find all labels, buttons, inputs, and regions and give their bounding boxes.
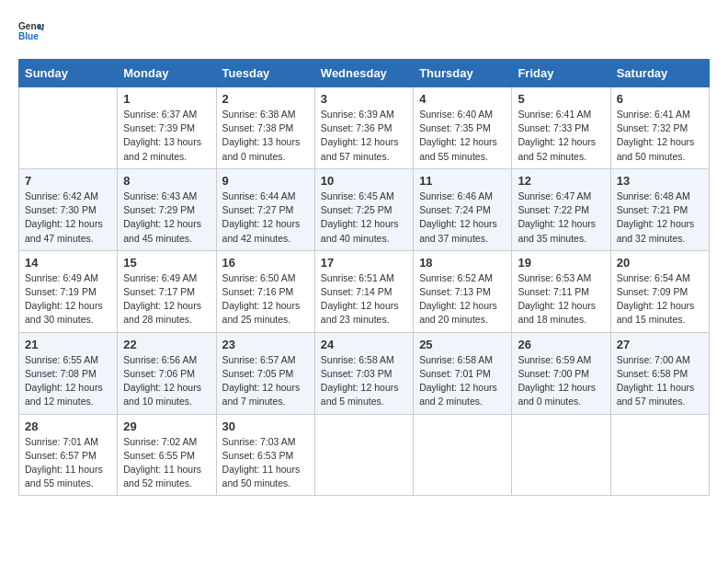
day-info: Sunrise: 6:50 AMSunset: 7:16 PMDaylight:… <box>222 271 309 327</box>
day-info: Sunrise: 6:54 AMSunset: 7:09 PMDaylight:… <box>617 271 703 327</box>
day-info: Sunrise: 6:49 AMSunset: 7:17 PMDaylight:… <box>123 271 210 327</box>
calendar-cell: 4Sunrise: 6:40 AMSunset: 7:35 PMDaylight… <box>414 87 512 169</box>
day-number: 3 <box>321 92 407 106</box>
calendar-week-row: 28Sunrise: 7:01 AMSunset: 6:57 PMDayligh… <box>19 414 710 496</box>
day-number: 10 <box>321 174 407 188</box>
day-number: 24 <box>321 338 407 351</box>
calendar-cell: 22Sunrise: 6:56 AMSunset: 7:06 PMDayligh… <box>118 332 216 414</box>
logo-icon: General Blue <box>18 18 44 44</box>
calendar-cell: 8Sunrise: 6:43 AMSunset: 7:29 PMDaylight… <box>118 168 216 250</box>
day-number: 9 <box>222 174 309 188</box>
calendar-cell: 9Sunrise: 6:44 AMSunset: 7:27 PMDaylight… <box>216 168 314 250</box>
day-number: 25 <box>419 338 506 351</box>
day-info: Sunrise: 6:39 AMSunset: 7:36 PMDaylight:… <box>321 108 407 164</box>
calendar-cell: 30Sunrise: 7:03 AMSunset: 6:53 PMDayligh… <box>216 414 314 496</box>
calendar-cell: 10Sunrise: 6:45 AMSunset: 7:25 PMDayligh… <box>314 168 413 250</box>
calendar-cell: 11Sunrise: 6:46 AMSunset: 7:24 PMDayligh… <box>414 168 512 250</box>
day-info: Sunrise: 7:00 AMSunset: 6:58 PMDaylight:… <box>617 353 703 409</box>
day-number: 14 <box>25 256 111 270</box>
calendar-cell <box>414 414 512 496</box>
calendar-cell: 23Sunrise: 6:57 AMSunset: 7:05 PMDayligh… <box>216 332 314 414</box>
calendar-cell: 12Sunrise: 6:47 AMSunset: 7:22 PMDayligh… <box>512 168 610 250</box>
calendar-cell <box>512 414 610 496</box>
header-day-tuesday: Tuesday <box>216 60 314 87</box>
day-info: Sunrise: 6:43 AMSunset: 7:29 PMDaylight:… <box>123 190 210 246</box>
calendar-cell: 2Sunrise: 6:38 AMSunset: 7:38 PMDaylight… <box>216 87 314 169</box>
calendar-cell: 24Sunrise: 6:58 AMSunset: 7:03 PMDayligh… <box>314 332 413 414</box>
calendar-cell: 25Sunrise: 6:58 AMSunset: 7:01 PMDayligh… <box>414 332 512 414</box>
day-info: Sunrise: 6:41 AMSunset: 7:33 PMDaylight:… <box>518 108 604 164</box>
day-info: Sunrise: 7:02 AMSunset: 6:55 PMDaylight:… <box>123 435 210 491</box>
day-number: 21 <box>25 338 111 351</box>
day-number: 16 <box>222 256 309 270</box>
day-info: Sunrise: 6:52 AMSunset: 7:13 PMDaylight:… <box>419 271 506 327</box>
day-number: 15 <box>123 256 210 270</box>
day-number: 17 <box>321 256 407 270</box>
day-number: 26 <box>518 338 604 351</box>
calendar-cell: 15Sunrise: 6:49 AMSunset: 7:17 PMDayligh… <box>118 250 216 332</box>
day-info: Sunrise: 6:37 AMSunset: 7:39 PMDaylight:… <box>123 108 210 164</box>
day-number: 12 <box>518 174 604 188</box>
calendar-week-row: 14Sunrise: 6:49 AMSunset: 7:19 PMDayligh… <box>19 250 710 332</box>
day-number: 20 <box>617 256 703 270</box>
calendar-header-row: SundayMondayTuesdayWednesdayThursdayFrid… <box>19 60 710 87</box>
day-number: 1 <box>123 92 210 106</box>
day-info: Sunrise: 6:45 AMSunset: 7:25 PMDaylight:… <box>321 190 407 246</box>
day-info: Sunrise: 6:38 AMSunset: 7:38 PMDaylight:… <box>222 108 309 164</box>
header-day-monday: Monday <box>118 60 216 87</box>
calendar-week-row: 1Sunrise: 6:37 AMSunset: 7:39 PMDaylight… <box>19 87 710 169</box>
header-day-saturday: Saturday <box>610 60 709 87</box>
day-number: 5 <box>518 92 604 106</box>
calendar-cell: 7Sunrise: 6:42 AMSunset: 7:30 PMDaylight… <box>19 168 118 250</box>
day-number: 2 <box>222 92 309 106</box>
day-info: Sunrise: 6:41 AMSunset: 7:32 PMDaylight:… <box>617 108 703 164</box>
day-info: Sunrise: 6:56 AMSunset: 7:06 PMDaylight:… <box>123 353 210 409</box>
day-info: Sunrise: 7:01 AMSunset: 6:57 PMDaylight:… <box>25 435 111 491</box>
calendar-cell: 28Sunrise: 7:01 AMSunset: 6:57 PMDayligh… <box>19 414 118 496</box>
day-number: 19 <box>518 256 604 270</box>
svg-text:Blue: Blue <box>18 31 39 41</box>
calendar-cell: 19Sunrise: 6:53 AMSunset: 7:11 PMDayligh… <box>512 250 610 332</box>
calendar-cell: 18Sunrise: 6:52 AMSunset: 7:13 PMDayligh… <box>414 250 512 332</box>
logo: General Blue <box>18 18 44 44</box>
header: General Blue <box>18 18 710 44</box>
calendar-cell <box>19 87 118 169</box>
day-number: 4 <box>419 92 506 106</box>
day-number: 28 <box>25 419 111 433</box>
calendar-cell: 14Sunrise: 6:49 AMSunset: 7:19 PMDayligh… <box>19 250 118 332</box>
day-info: Sunrise: 6:51 AMSunset: 7:14 PMDaylight:… <box>321 271 407 327</box>
calendar-cell <box>610 414 709 496</box>
day-info: Sunrise: 6:59 AMSunset: 7:00 PMDaylight:… <box>518 353 604 409</box>
calendar-cell: 13Sunrise: 6:48 AMSunset: 7:21 PMDayligh… <box>610 168 709 250</box>
calendar-cell: 3Sunrise: 6:39 AMSunset: 7:36 PMDaylight… <box>314 87 413 169</box>
day-number: 30 <box>222 419 309 433</box>
calendar-cell: 29Sunrise: 7:02 AMSunset: 6:55 PMDayligh… <box>118 414 216 496</box>
day-number: 18 <box>419 256 506 270</box>
calendar-cell: 27Sunrise: 7:00 AMSunset: 6:58 PMDayligh… <box>610 332 709 414</box>
calendar: SundayMondayTuesdayWednesdayThursdayFrid… <box>18 59 710 496</box>
day-number: 22 <box>123 338 210 351</box>
calendar-cell: 17Sunrise: 6:51 AMSunset: 7:14 PMDayligh… <box>314 250 413 332</box>
calendar-cell <box>314 414 413 496</box>
day-info: Sunrise: 6:58 AMSunset: 7:03 PMDaylight:… <box>321 353 407 409</box>
day-info: Sunrise: 6:40 AMSunset: 7:35 PMDaylight:… <box>419 108 506 164</box>
day-number: 8 <box>123 174 210 188</box>
calendar-cell: 6Sunrise: 6:41 AMSunset: 7:32 PMDaylight… <box>610 87 709 169</box>
day-number: 29 <box>123 419 210 433</box>
day-info: Sunrise: 6:48 AMSunset: 7:21 PMDaylight:… <box>617 190 703 246</box>
calendar-cell: 26Sunrise: 6:59 AMSunset: 7:00 PMDayligh… <box>512 332 610 414</box>
day-info: Sunrise: 6:49 AMSunset: 7:19 PMDaylight:… <box>25 271 111 327</box>
day-info: Sunrise: 6:57 AMSunset: 7:05 PMDaylight:… <box>222 353 309 409</box>
day-info: Sunrise: 6:46 AMSunset: 7:24 PMDaylight:… <box>419 190 506 246</box>
day-info: Sunrise: 7:03 AMSunset: 6:53 PMDaylight:… <box>222 435 309 491</box>
day-number: 11 <box>419 174 506 188</box>
header-day-friday: Friday <box>512 60 610 87</box>
day-info: Sunrise: 6:55 AMSunset: 7:08 PMDaylight:… <box>25 353 111 409</box>
calendar-week-row: 7Sunrise: 6:42 AMSunset: 7:30 PMDaylight… <box>19 168 710 250</box>
day-info: Sunrise: 6:42 AMSunset: 7:30 PMDaylight:… <box>25 190 111 246</box>
calendar-cell: 21Sunrise: 6:55 AMSunset: 7:08 PMDayligh… <box>19 332 118 414</box>
header-day-thursday: Thursday <box>414 60 512 87</box>
calendar-week-row: 21Sunrise: 6:55 AMSunset: 7:08 PMDayligh… <box>19 332 710 414</box>
day-info: Sunrise: 6:58 AMSunset: 7:01 PMDaylight:… <box>419 353 506 409</box>
header-day-wednesday: Wednesday <box>314 60 413 87</box>
